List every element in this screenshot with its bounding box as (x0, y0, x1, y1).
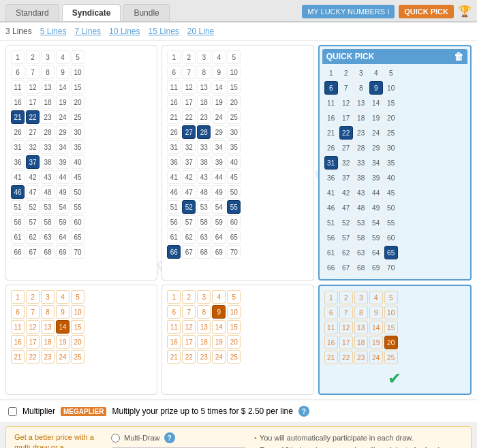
number-cell[interactable]: 58 (197, 215, 211, 229)
number-cell[interactable]: 15 (227, 80, 241, 94)
number-cell[interactable]: 65 (384, 246, 398, 259)
number-cell[interactable]: 22 (339, 351, 353, 364)
number-cell[interactable]: 25 (71, 350, 84, 364)
number-cell[interactable]: 30 (71, 125, 84, 139)
number-cell[interactable]: 47 (339, 201, 353, 214)
number-cell[interactable]: 66 (324, 261, 338, 274)
number-cell[interactable]: 11 (11, 320, 25, 334)
number-cell[interactable]: 8 (354, 306, 368, 319)
number-cell[interactable]: 20 (384, 336, 398, 349)
number-cell[interactable]: 2 (339, 66, 353, 80)
number-cell[interactable]: 61 (167, 230, 181, 244)
number-cell[interactable]: 68 (354, 261, 368, 274)
number-cell[interactable]: 56 (167, 215, 181, 229)
number-cell[interactable]: 55 (384, 216, 398, 229)
lucky-numbers-button[interactable]: MY LUCKY NUMBERS I (302, 5, 395, 18)
number-cell[interactable]: 11 (324, 321, 338, 334)
number-cell[interactable]: 3 (41, 290, 55, 304)
number-cell[interactable]: 14 (369, 321, 383, 334)
lines-5[interactable]: 5 Lines (40, 27, 67, 36)
number-cell[interactable]: 2 (182, 50, 196, 64)
number-cell[interactable]: 44 (212, 170, 226, 184)
number-cell[interactable]: 19 (369, 111, 383, 125)
number-cell[interactable]: 3 (354, 291, 368, 304)
number-cell[interactable]: 46 (11, 185, 25, 199)
number-cell[interactable]: 16 (324, 336, 338, 349)
number-cell[interactable]: 52 (339, 216, 353, 229)
number-cell[interactable]: 54 (369, 216, 383, 229)
number-cell[interactable]: 39 (56, 155, 70, 169)
number-cell[interactable]: 41 (167, 170, 181, 184)
number-cell[interactable]: 37 (339, 171, 353, 185)
number-cell[interactable]: 46 (324, 201, 338, 214)
multiplier-checkbox[interactable] (8, 407, 17, 416)
number-cell[interactable]: 60 (384, 231, 398, 244)
number-cell[interactable]: 64 (212, 230, 226, 244)
number-cell[interactable]: 19 (212, 95, 226, 109)
number-cell[interactable]: 50 (71, 185, 84, 199)
number-cell[interactable]: 65 (71, 230, 84, 244)
number-cell[interactable]: 10 (227, 305, 241, 319)
number-cell[interactable]: 19 (56, 335, 70, 349)
number-cell[interactable]: 31 (324, 156, 338, 170)
number-cell[interactable]: 29 (56, 125, 70, 139)
number-cell[interactable]: 5 (227, 50, 241, 64)
number-cell[interactable]: 23 (41, 350, 55, 364)
number-cell[interactable]: 13 (354, 96, 368, 110)
number-cell[interactable]: 20 (227, 335, 241, 349)
number-cell[interactable]: 33 (354, 156, 368, 170)
number-cell[interactable]: 29 (369, 141, 383, 155)
number-cell[interactable]: 2 (26, 290, 40, 304)
number-cell[interactable]: 47 (26, 185, 40, 199)
number-cell[interactable]: 38 (41, 155, 55, 169)
multiplier-help-icon[interactable]: ? (298, 406, 309, 417)
number-cell[interactable]: 34 (369, 156, 383, 170)
number-cell[interactable]: 17 (339, 111, 353, 125)
tab-syndicate[interactable]: Syndicate (62, 4, 121, 21)
number-cell[interactable]: 8 (197, 305, 211, 319)
number-cell[interactable]: 38 (354, 171, 368, 185)
number-cell[interactable]: 64 (369, 246, 383, 259)
number-cell[interactable]: 60 (71, 215, 84, 229)
number-cell[interactable]: 25 (227, 110, 241, 124)
number-cell[interactable]: 11 (167, 80, 181, 94)
number-cell[interactable]: 23 (354, 126, 368, 140)
number-cell[interactable]: 26 (324, 141, 338, 155)
number-cell[interactable]: 17 (26, 95, 40, 109)
tab-bundle[interactable]: Bundle (123, 4, 169, 21)
number-cell[interactable]: 21 (167, 350, 181, 364)
number-cell[interactable]: 62 (26, 230, 40, 244)
number-cell[interactable]: 58 (41, 215, 55, 229)
number-cell[interactable]: 22 (339, 126, 353, 140)
number-cell[interactable]: 16 (167, 335, 181, 349)
number-cell[interactable]: 21 (324, 351, 338, 364)
number-cell[interactable]: 46 (167, 185, 181, 199)
number-cell[interactable]: 5 (71, 290, 84, 304)
number-cell[interactable]: 53 (41, 200, 55, 214)
number-cell[interactable]: 5 (71, 50, 84, 64)
number-cell[interactable]: 54 (56, 200, 70, 214)
number-cell[interactable]: 21 (324, 126, 338, 140)
number-cell[interactable]: 51 (324, 216, 338, 229)
number-cell[interactable]: 43 (354, 186, 368, 199)
number-cell[interactable]: 56 (11, 215, 25, 229)
number-cell[interactable]: 15 (71, 320, 84, 334)
number-cell[interactable]: 16 (11, 95, 25, 109)
number-cell[interactable]: 1 (11, 290, 25, 304)
number-cell[interactable]: 17 (26, 335, 40, 349)
number-cell[interactable]: 13 (41, 80, 55, 94)
number-cell[interactable]: 9 (56, 65, 70, 79)
multidraw-radio[interactable] (111, 434, 120, 443)
number-cell[interactable]: 26 (167, 125, 181, 139)
number-cell[interactable]: 8 (354, 81, 368, 95)
number-cell[interactable]: 18 (354, 336, 368, 349)
number-cell[interactable]: 21 (11, 350, 25, 364)
number-cell[interactable]: 10 (227, 65, 241, 79)
number-cell[interactable]: 59 (56, 215, 70, 229)
number-cell[interactable]: 16 (167, 95, 181, 109)
number-cell[interactable]: 34 (212, 140, 226, 154)
number-cell[interactable]: 64 (56, 230, 70, 244)
number-cell[interactable]: 62 (182, 230, 196, 244)
number-cell[interactable]: 69 (369, 261, 383, 274)
number-cell[interactable]: 28 (41, 125, 55, 139)
